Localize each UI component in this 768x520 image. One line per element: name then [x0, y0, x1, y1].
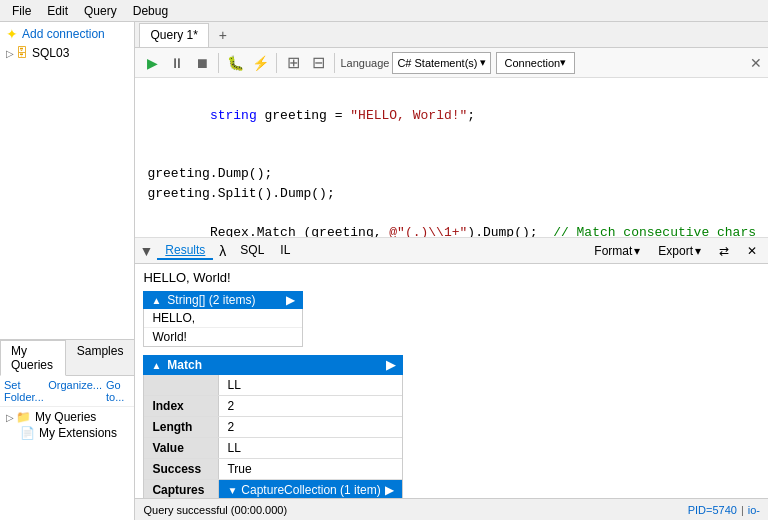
format-button[interactable]: Format ▾ — [587, 242, 647, 260]
match-header-label: Match — [167, 358, 202, 372]
hello-world-result: HELLO, World! — [143, 268, 760, 291]
query-tab-1[interactable]: Query 1* — [139, 23, 208, 47]
add-connection-item[interactable]: ✦ Add connection — [2, 24, 132, 44]
code-line-5: Regex.Match (greeting, @"(.)\\1+").Dump(… — [147, 203, 756, 238]
go-to-link[interactable]: Go to... — [106, 379, 130, 403]
tab-il[interactable]: IL — [272, 242, 298, 260]
string-literal: "HELLO, World!" — [350, 108, 467, 123]
toolbar-sep-1 — [218, 53, 219, 73]
match-row-index: Index 2 — [144, 396, 402, 417]
match-val-0: LL — [219, 375, 402, 395]
wrap-button[interactable]: ⇄ — [712, 242, 736, 260]
export-chevron-icon: ▾ — [695, 244, 701, 258]
status-text: Query successful (00:00.000) — [143, 504, 287, 516]
run-button[interactable]: ▶ — [141, 52, 163, 74]
match-object-result: ▲ Match ▶ LL Index 2 — [143, 355, 403, 498]
my-queries-folder[interactable]: ▷ 📁 My Queries — [4, 409, 130, 425]
menu-debug[interactable]: Debug — [125, 2, 176, 20]
menu-query[interactable]: Query — [76, 2, 125, 20]
match-val-captures[interactable]: ▼ CaptureCollection (1 item) ▶ — [219, 480, 402, 498]
results-close-button[interactable]: ✕ — [740, 242, 764, 260]
toolbar-close-button[interactable]: ✕ — [750, 55, 762, 71]
array-item-1: HELLO, — [144, 309, 302, 328]
export-button[interactable]: Export ▾ — [651, 242, 708, 260]
connection-label: Connection — [505, 57, 561, 69]
query-tab-label: Query 1* — [150, 28, 197, 42]
conn-chevron-icon: ▾ — [560, 56, 566, 69]
pid-text: PID=5740 — [688, 504, 737, 516]
language-dropdown[interactable]: C# Statement(s) ▾ — [392, 52, 490, 74]
folder-expand-icon: ▷ — [6, 412, 14, 423]
match-row-value: Value LL — [144, 438, 402, 459]
tab-my-queries[interactable]: My Queries — [0, 340, 66, 376]
code-editor[interactable]: string greeting = "HELLO, World!"; greet… — [135, 78, 768, 238]
add-star-icon: ✦ — [6, 26, 18, 42]
captures-expand-icon: ▼ — [227, 485, 237, 496]
match-val-index: 2 — [219, 396, 402, 416]
string-array-header[interactable]: ▲ String[] (2 items) ▶ — [143, 291, 303, 309]
right-panel: Query 1* + ▶ ⏸ ⏹ 🐛 ⚡ ⊞ ⊟ Language C# Sta… — [135, 22, 768, 520]
my-queries-label: My Queries — [35, 410, 96, 424]
match-expand-icon: ▲ — [151, 360, 161, 371]
language-label: Language — [340, 57, 389, 69]
status-divider: | — [741, 504, 744, 516]
set-folder-link[interactable]: Set Folder... — [4, 379, 44, 403]
match-val-length: 2 — [219, 417, 402, 437]
new-tab-button[interactable]: + — [211, 25, 235, 45]
match-row-success: Success True — [144, 459, 402, 480]
toolbar: ▶ ⏸ ⏹ 🐛 ⚡ ⊞ ⊟ Language C# Statement(s) ▾… — [135, 48, 768, 78]
language-value: C# Statement(s) — [397, 57, 477, 69]
match-key-0 — [144, 375, 219, 395]
connection-tree: ✦ Add connection ▷ 🗄 SQL03 — [0, 22, 134, 340]
string-array-result: ▲ String[] (2 items) ▶ HELLO, World! — [143, 291, 760, 347]
tab-results[interactable]: Results — [157, 242, 213, 260]
menu-edit[interactable]: Edit — [39, 2, 76, 20]
toolbar-sep-3 — [334, 53, 335, 73]
queries-panel: My Queries Samples Set Folder... Organiz… — [0, 340, 134, 520]
tab-samples[interactable]: Samples — [66, 340, 135, 375]
close-icon: ✕ — [747, 244, 757, 258]
expand-icon: ▷ — [6, 48, 14, 59]
results-actions: Format ▾ Export ▾ ⇄ ✕ — [587, 242, 764, 260]
io-text: io- — [748, 504, 760, 516]
code-line-4: greeting.Split().Dump(); — [147, 184, 756, 204]
menu-file[interactable]: File — [4, 2, 39, 20]
keyword-string: string — [210, 108, 257, 123]
menu-bar: File Edit Query Debug — [0, 0, 768, 22]
grid2-button[interactable]: ⊟ — [307, 52, 329, 74]
match-val-success: True — [219, 459, 402, 479]
code-line-2 — [147, 145, 756, 165]
my-extensions-item[interactable]: 📄 My Extensions — [4, 425, 130, 441]
results-area: ▼ Results λ SQL IL Format ▾ Export ▾ ⇄ — [135, 238, 768, 498]
tab-lambda[interactable]: λ — [213, 242, 232, 260]
match-header[interactable]: ▲ Match ▶ — [143, 355, 403, 375]
match-row-captures: Captures ▼ CaptureCollection (1 item) ▶ — [144, 480, 402, 498]
queries-tree: ▷ 📁 My Queries 📄 My Extensions — [0, 407, 134, 520]
code-line-3: greeting.Dump(); — [147, 164, 756, 184]
lang-chevron-icon: ▾ — [480, 56, 486, 69]
match-nav-icon: ▶ — [386, 358, 395, 372]
array-nav-icon: ▶ — [286, 293, 295, 307]
array-header-label: String[] (2 items) — [167, 293, 255, 307]
sql03-item[interactable]: ▷ 🗄 SQL03 — [2, 44, 132, 62]
match-key-index: Index — [144, 396, 219, 416]
match-row-length: Length 2 — [144, 417, 402, 438]
my-extensions-label: My Extensions — [39, 426, 117, 440]
results-collapse-icon[interactable]: ▼ — [139, 243, 153, 259]
stop-button[interactable]: ⏹ — [191, 52, 213, 74]
captures-nav-icon: ▶ — [385, 483, 394, 497]
tab-sql[interactable]: SQL — [232, 242, 272, 260]
results-tabs-bar: ▼ Results λ SQL IL Format ▾ Export ▾ ⇄ — [135, 238, 768, 264]
match-row-0: LL — [144, 375, 402, 396]
organize-link[interactable]: Organize... — [48, 379, 102, 403]
connection-dropdown[interactable]: Connection ▾ — [496, 52, 576, 74]
match-key-value: Value — [144, 438, 219, 458]
captures-label: CaptureCollection (1 item) — [241, 483, 380, 497]
debug-button[interactable]: 🐛 — [224, 52, 246, 74]
export-label: Export — [658, 244, 693, 258]
pause-button[interactable]: ⏸ — [166, 52, 188, 74]
status-bar: Query successful (00:00.000) PID=5740 | … — [135, 498, 768, 520]
grid1-button[interactable]: ⊞ — [282, 52, 304, 74]
wrap-icon: ⇄ — [719, 244, 729, 258]
step-button[interactable]: ⚡ — [249, 52, 271, 74]
